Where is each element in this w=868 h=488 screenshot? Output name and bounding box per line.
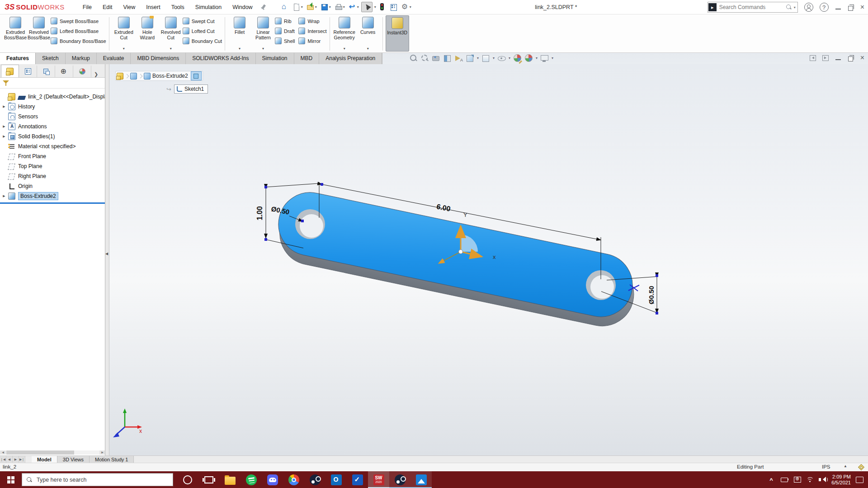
section-view-icon[interactable] bbox=[443, 54, 452, 62]
tree-item-top-plane[interactable]: Top Plane bbox=[0, 162, 105, 171]
tree-item-origin[interactable]: Origin bbox=[0, 182, 105, 191]
expander-icon[interactable]: ▶ bbox=[0, 125, 8, 128]
pin-icon[interactable] bbox=[260, 4, 266, 10]
discord-button[interactable] bbox=[262, 471, 283, 488]
curves-button[interactable]: Curves▾ bbox=[356, 15, 380, 52]
task-view-button[interactable] bbox=[198, 471, 219, 488]
shell-button[interactable]: Shell bbox=[275, 37, 295, 45]
rib-button[interactable]: Rib bbox=[275, 17, 295, 25]
outlook-button[interactable] bbox=[326, 471, 347, 488]
tag-icon[interactable] bbox=[858, 464, 864, 470]
tree-item-boss-extrude2[interactable]: ▶ Boss-Extrude2 bbox=[0, 192, 105, 201]
tree-filter[interactable] bbox=[0, 78, 105, 89]
apply-scene-icon[interactable] bbox=[524, 54, 533, 62]
tree-item-solid-bodies[interactable]: ▶ Solid Bodies(1) bbox=[0, 132, 105, 141]
edit-appearance-icon[interactable] bbox=[513, 54, 522, 62]
volume-icon[interactable] bbox=[819, 476, 826, 483]
tray-expand-icon[interactable] bbox=[768, 476, 776, 483]
home-button[interactable] bbox=[280, 2, 290, 12]
doc-tab[interactable]: Motion Study 1 bbox=[90, 456, 134, 463]
open-button[interactable]: ▾ bbox=[305, 2, 318, 12]
tree-item-root[interactable]: link_2 (Default<<Default>_Display bbox=[0, 92, 105, 101]
battery-icon[interactable] bbox=[781, 476, 788, 483]
zoom-to-fit-icon[interactable] bbox=[409, 54, 418, 62]
wifi-icon[interactable] bbox=[806, 476, 814, 483]
tree-item-material[interactable]: Material <not specified> bbox=[0, 142, 105, 151]
todo-button[interactable] bbox=[347, 471, 368, 488]
options-button[interactable]: ▾ bbox=[400, 2, 413, 12]
previous-view-icon[interactable] bbox=[432, 54, 440, 62]
expander-icon[interactable]: ▶ bbox=[0, 105, 8, 108]
steam-running-button[interactable] bbox=[389, 471, 410, 488]
search-dropdown-caret[interactable]: ▾ bbox=[794, 5, 796, 9]
extruded-boss-button[interactable]: Extruded Boss/Base bbox=[4, 15, 27, 52]
start-button[interactable] bbox=[0, 471, 22, 488]
panel-horizontal-scrollbar[interactable]: ◀ ▶ bbox=[0, 450, 105, 455]
view-settings-icon[interactable] bbox=[540, 54, 549, 62]
solidworks-taskbar-button[interactable]: SW2020 bbox=[368, 471, 389, 488]
panel-tabs-overflow[interactable]: ❯ bbox=[94, 71, 98, 77]
tree-item-right-plane[interactable]: Right Plane bbox=[0, 172, 105, 181]
command-tab[interactable]: Sketch bbox=[36, 53, 66, 65]
doc-close-button[interactable]: × bbox=[860, 55, 864, 61]
zoom-to-area-icon[interactable] bbox=[420, 54, 429, 62]
view-orientation-icon[interactable] bbox=[466, 54, 474, 62]
hole-wizard-button[interactable]: Hole Wizard bbox=[136, 15, 159, 52]
menu-item[interactable]: View bbox=[118, 2, 141, 12]
menu-item[interactable]: File bbox=[77, 2, 97, 12]
collapse-panel-icon[interactable]: ◀ bbox=[105, 252, 108, 256]
display-style-icon[interactable] bbox=[481, 54, 490, 62]
command-tab[interactable]: MBD bbox=[294, 53, 320, 65]
mirror-button[interactable]: Mirror bbox=[298, 37, 326, 45]
file-explorer-button[interactable] bbox=[219, 471, 241, 488]
linear-pattern-button[interactable]: Linear Pattern▾ bbox=[251, 15, 275, 52]
collapse-left-pane-icon[interactable] bbox=[810, 55, 816, 61]
hide-show-items-icon[interactable] bbox=[497, 54, 506, 62]
dimension-length-value[interactable]: 6.00 bbox=[436, 202, 451, 213]
doc-tab[interactable]: Model bbox=[32, 456, 57, 463]
featuremanager-tab[interactable] bbox=[1, 65, 19, 77]
sketch1-button[interactable]: Sketch1 bbox=[174, 84, 208, 94]
scroll-left-icon[interactable]: ◀ bbox=[0, 450, 6, 455]
dimension-height-value[interactable]: 1.00 bbox=[256, 206, 264, 220]
panel-splitter[interactable]: ◀ bbox=[105, 64, 109, 455]
clock[interactable]: 2:09 PM 6/5/2021 bbox=[831, 474, 851, 486]
restore-button[interactable] bbox=[848, 4, 854, 10]
breadcrumb-body-icon[interactable] bbox=[130, 73, 137, 80]
next-tab-icon[interactable]: ▶ bbox=[13, 456, 19, 463]
doc-minimize-button[interactable] bbox=[835, 55, 841, 61]
action-center-icon[interactable] bbox=[856, 476, 863, 483]
last-tab-icon[interactable]: ▶❘ bbox=[19, 456, 25, 463]
menu-item[interactable]: Insert bbox=[141, 2, 165, 12]
breadcrumb-feature-icon[interactable] bbox=[144, 73, 151, 80]
wrap-button[interactable]: Wrap bbox=[298, 17, 326, 25]
draft-button[interactable]: Draft bbox=[275, 27, 295, 35]
dimxpert-tab[interactable] bbox=[55, 66, 73, 77]
expander-icon[interactable]: ▶ bbox=[0, 194, 8, 198]
lofted-boss-button[interactable]: Lofted Boss/Base bbox=[51, 27, 106, 35]
prev-tab-icon[interactable]: ◀ bbox=[6, 456, 13, 463]
scrollbar-thumb[interactable] bbox=[6, 450, 74, 455]
boundary-boss-button[interactable]: Boundary Boss/Base bbox=[51, 37, 106, 45]
rollback-bar[interactable] bbox=[0, 202, 105, 204]
boundary-cut-button[interactable]: Boundary Cut bbox=[183, 37, 222, 45]
close-button[interactable]: × bbox=[860, 4, 864, 10]
command-tab[interactable]: Evaluate bbox=[97, 53, 131, 65]
expander-icon[interactable]: ▶ bbox=[0, 135, 8, 138]
doc-restore-button[interactable] bbox=[848, 55, 854, 61]
save-button[interactable]: ▾ bbox=[319, 2, 332, 12]
chrome-button[interactable] bbox=[283, 471, 304, 488]
appearances-tab[interactable] bbox=[73, 66, 91, 77]
select-tool-button[interactable] bbox=[361, 2, 373, 12]
rebuild-button[interactable] bbox=[377, 2, 387, 12]
part-body[interactable] bbox=[271, 187, 642, 332]
tree-item-history[interactable]: ▶ History bbox=[0, 102, 105, 111]
breadcrumb-feature-label[interactable]: Boss-Extrude2 bbox=[152, 73, 188, 79]
new-document-button[interactable]: ▾ bbox=[291, 2, 304, 12]
cortana-button[interactable] bbox=[177, 471, 198, 488]
configuration-tab[interactable] bbox=[37, 66, 55, 77]
account-icon[interactable] bbox=[804, 3, 813, 12]
collapse-right-pane-icon[interactable] bbox=[822, 55, 829, 61]
tree-item-sensors[interactable]: Sensors bbox=[0, 112, 105, 121]
revolved-boss-button[interactable]: Revolved Boss/Base bbox=[27, 15, 51, 52]
